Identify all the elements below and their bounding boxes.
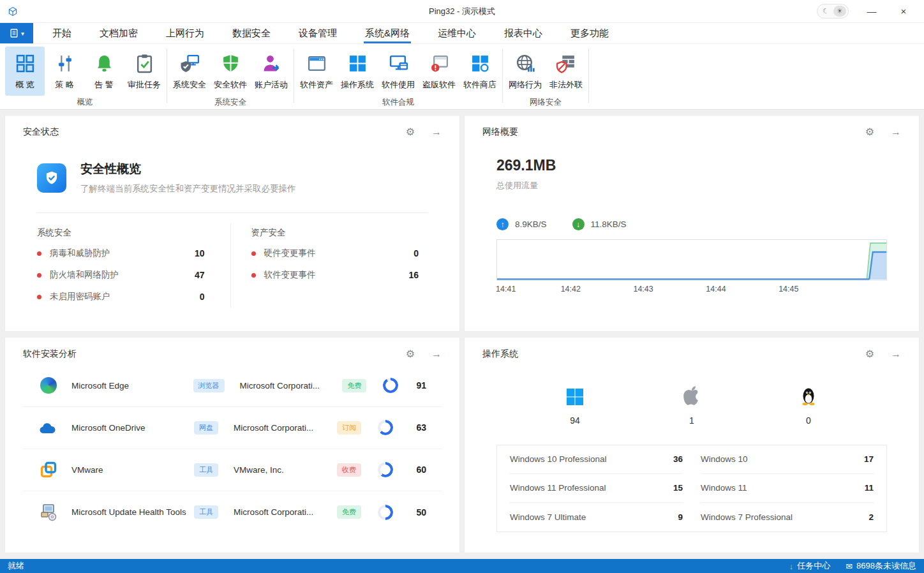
tab-more[interactable]: 更多功能 xyxy=(570,23,609,43)
ribbon-button-policy[interactable]: 策 略 xyxy=(45,47,84,96)
red-dot-icon xyxy=(37,251,41,256)
tab-bar: ▾ 开始 文档加密 上网行为 数据安全 设备管理 系统&网络 运维中心 报表中心… xyxy=(0,23,924,43)
shield-wall-icon xyxy=(556,54,576,73)
ribbon-button-alert[interactable]: 告 警 xyxy=(84,47,124,96)
menu-caret-icon: ▾ xyxy=(21,30,24,37)
arrow-right-icon[interactable]: → xyxy=(431,127,442,137)
tab-start[interactable]: 开始 xyxy=(52,23,71,43)
ribbon-group-software-compliance: 软件资产 操作系统 软件使用 盗版软件 软件商店 软件合规 xyxy=(296,47,500,109)
os-version-label: Windows 7 Ultimate xyxy=(510,512,586,522)
install-count: 50 xyxy=(416,507,440,517)
stat-row: 软件变更事件 16 xyxy=(251,264,419,286)
panel-title: 安全状态 xyxy=(23,126,59,138)
minimize-button[interactable]: — xyxy=(863,6,881,17)
arrow-right-icon[interactable]: → xyxy=(891,127,901,137)
ribbon-button-illegal-connection[interactable]: 非法外联 xyxy=(546,47,586,96)
price-badge: 免费 xyxy=(337,505,361,519)
column-heading: 系统安全 xyxy=(37,223,205,242)
os-version-label: Windows 7 Professional xyxy=(701,512,793,522)
monitor-window-icon xyxy=(389,54,408,73)
install-count: 91 xyxy=(416,380,440,391)
windows-count: 94 xyxy=(570,415,580,426)
ribbon-button-software-usage[interactable]: 软件使用 xyxy=(378,47,419,96)
windows-logo-icon xyxy=(566,385,584,406)
gear-icon[interactable]: ⚙ xyxy=(406,349,415,359)
ribbon-group-overview: 概 览 策 略 告 警 审批任务 概览 xyxy=(5,47,165,109)
x-tick: 14:41 xyxy=(496,285,516,294)
light-mode-icon[interactable]: ☀ xyxy=(833,6,846,17)
upload-rate-value: 8.9KB/S xyxy=(515,220,547,229)
ribbon-button-overview[interactable]: 概 览 xyxy=(5,47,45,96)
shield-monitor-icon xyxy=(180,54,200,73)
stat-label: 硬件变更事件 xyxy=(264,248,316,259)
dashboard: 安全状态 ⚙ → 安全性概览 了解终端当前系统安全性和资产变更情况并采取必要操作… xyxy=(0,110,924,559)
tab-ops-center[interactable]: 运维中心 xyxy=(438,23,476,43)
panel-title: 软件安装分析 xyxy=(23,348,77,360)
dark-mode-icon[interactable]: ☾ xyxy=(819,6,832,17)
software-row[interactable]: VMware 工具 VMware, Inc. 收费 60 xyxy=(23,449,442,491)
ribbon-button-software-store[interactable]: 软件商店 xyxy=(459,47,500,96)
stat-label: 病毒和威胁防护 xyxy=(50,248,110,259)
ribbon-separator xyxy=(502,49,503,103)
close-button[interactable]: × xyxy=(895,6,913,17)
apple-logo-icon xyxy=(683,385,701,406)
price-badge: 收费 xyxy=(337,463,361,477)
gear-icon[interactable]: ⚙ xyxy=(865,127,874,137)
os-version-count: 9 xyxy=(678,512,683,522)
download-tray-icon: ↓ xyxy=(789,562,794,571)
edge-app-icon xyxy=(38,377,59,394)
software-row[interactable]: Microsoft OneDrive 网盘 Microsoft Corporat… xyxy=(23,407,442,449)
tab-report-center[interactable]: 报表中心 xyxy=(504,23,542,43)
software-vendor: Microsoft Corporati... xyxy=(234,423,337,433)
stat-label: 未启用密码账户 xyxy=(50,291,110,302)
progress-ring xyxy=(378,505,393,520)
x-tick: 14:43 xyxy=(633,285,653,294)
document-menu-icon xyxy=(9,28,19,38)
stat-label: 防火墙和网络防护 xyxy=(50,269,119,281)
installer-app-icon xyxy=(38,503,59,522)
ribbon-button-security-software[interactable]: 安全软件 xyxy=(210,47,251,96)
stat-value: 47 xyxy=(195,270,205,280)
stat-value: 10 xyxy=(195,248,205,258)
windows-store-icon xyxy=(470,54,490,73)
ribbon-button-software-asset[interactable]: 软件资产 xyxy=(296,47,337,96)
ribbon-button-system-security[interactable]: 系统安全 xyxy=(169,47,210,96)
software-name: Microsoft Update Health Tools xyxy=(71,507,194,517)
os-version-count: 11 xyxy=(865,483,874,493)
task-center-button[interactable]: ↓ 任务中心 xyxy=(789,560,831,572)
tab-sys-network[interactable]: 系统&网络 xyxy=(365,23,410,43)
green-shield-icon xyxy=(221,54,241,73)
linux-count: 0 xyxy=(806,415,811,426)
tab-device-mgmt[interactable]: 设备管理 xyxy=(299,23,337,43)
asset-security-column: 资产安全 硬件变更事件 0 软件变更事件 16 xyxy=(230,223,428,308)
download-rate-value: 11.8KB/S xyxy=(591,220,627,229)
os-version-table: Windows 10 Professional 36 Windows 10 17… xyxy=(496,445,887,532)
ribbon-button-os[interactable]: 操作系统 xyxy=(337,47,378,96)
tab-web-behavior[interactable]: 上网行为 xyxy=(166,23,204,43)
tab-data-security[interactable]: 数据安全 xyxy=(232,23,271,43)
ribbon-button-pirated-software[interactable]: 盗版软件 xyxy=(419,47,459,96)
gear-icon[interactable]: ⚙ xyxy=(406,127,415,137)
arrow-right-icon[interactable]: → xyxy=(891,349,901,359)
tab-doc-encrypt[interactable]: 文档加密 xyxy=(100,23,138,43)
arrow-right-icon[interactable]: → xyxy=(431,349,442,359)
unread-messages-button[interactable]: ✉ 8698条未读信息 xyxy=(846,560,916,572)
ribbon-button-account-activity[interactable]: 账户活动 xyxy=(251,47,292,96)
gear-icon[interactable]: ⚙ xyxy=(865,349,874,359)
panel-operating-system: 操作系统 ⚙ → 94 1 xyxy=(465,338,919,553)
main-menu-button[interactable]: ▾ xyxy=(0,23,33,43)
ribbon-button-network-behavior[interactable]: 网络行为 xyxy=(505,47,546,96)
theme-toggle[interactable]: ☾ ☀ xyxy=(817,4,849,19)
os-version-label: Windows 11 Professional xyxy=(510,483,606,493)
globe-chart-icon xyxy=(516,54,535,73)
red-dot-icon xyxy=(251,251,256,256)
software-row[interactable]: Microsoft Edge 浏览器 Microsoft Corporati..… xyxy=(23,365,442,407)
software-row[interactable]: Microsoft Update Health Tools 工具 Microso… xyxy=(23,491,442,533)
ribbon-separator xyxy=(167,49,167,103)
system-security-column: 系统安全 病毒和威胁防护 10 防火墙和网络防护 47 未启用密码账户 xyxy=(37,223,230,308)
ribbon-button-approval[interactable]: 审批任务 xyxy=(124,47,165,96)
network-traffic-chart: 14:41 14:42 14:43 14:44 14:45 xyxy=(496,239,887,296)
os-version-label: Windows 11 xyxy=(701,483,747,493)
stat-row: 硬件变更事件 0 xyxy=(251,242,419,264)
security-shield-icon xyxy=(37,163,66,193)
